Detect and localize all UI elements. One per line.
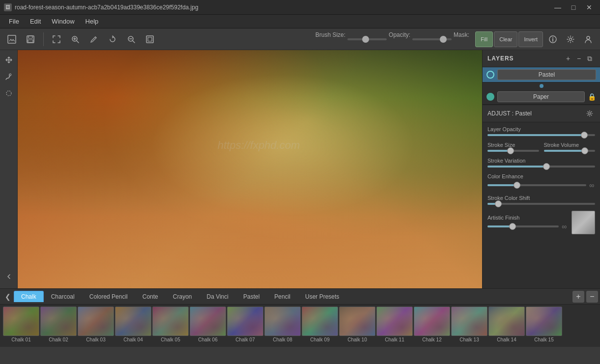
minimize-button[interactable]: — [551,0,565,14]
artistic-finish-slider[interactable] [487,225,559,227]
layer-opacity-thumb[interactable] [581,132,588,139]
main-area: https://fxphd.com LAYERS + − ⧉ Pastel Pa… [0,50,600,288]
tab-charcoal[interactable]: Charcoal [44,291,82,302]
brush-label: Chalk 08 [273,337,292,342]
panel-toggle[interactable] [2,270,16,283]
layer-radio-pastel[interactable] [486,71,494,79]
color-enhance-thumb[interactable] [514,182,520,189]
brush-item-13[interactable]: Chalk 13 [451,307,487,345]
color-enhance-link[interactable]: ∞ [588,181,595,189]
zoom-out-button[interactable] [123,31,139,47]
layer-opacity-slider[interactable] [487,134,595,136]
brush-tool[interactable] [2,70,16,84]
brush-label: Chalk 11 [385,337,404,342]
brush-item-5[interactable]: Chalk 05 [152,307,189,345]
layer-pastel[interactable]: Pastel [483,67,600,83]
layer-radio-paper[interactable] [486,93,494,101]
menu-window[interactable]: Window [47,16,79,27]
menu-edit[interactable]: Edit [25,16,46,27]
add-preset-button[interactable]: + [572,291,584,303]
close-button[interactable]: ✕ [582,0,596,14]
artistic-finish-link[interactable]: ∞ [561,223,568,230]
stroke-size-slider[interactable] [487,150,539,152]
layer-paper[interactable]: Paper 🔒 [483,89,600,105]
brush-thumb [227,307,263,336]
copy-layer-button[interactable]: ⧉ [584,53,595,64]
move-tool[interactable] [2,53,16,67]
brush-size-slider[interactable] [347,38,387,40]
stroke-color-thumb[interactable] [495,200,502,207]
bottom-toggle-button[interactable]: ❮ [2,291,14,303]
tab-da-vinci[interactable]: Da Vinci [199,291,235,302]
stroke-size-thumb[interactable] [507,147,514,154]
menu-help[interactable]: Help [81,16,104,27]
brush-item-8[interactable]: Chalk 08 [264,307,301,345]
canvas-area[interactable]: https://fxphd.com [0,50,482,288]
right-panel: LAYERS + − ⧉ Pastel Paper 🔒 ADJUST : Pas… [482,50,600,288]
add-layer-button[interactable]: + [563,53,573,64]
svg-point-15 [552,37,553,38]
brush-item-4[interactable]: Chalk 04 [115,307,151,345]
menu-file[interactable]: File [4,16,24,27]
brush-item-2[interactable]: Chalk 02 [40,307,77,345]
brush-label: Chalk 10 [347,337,367,342]
image-tool-button[interactable] [4,31,20,47]
color-enhance-row: Color Enhance ∞ [487,173,595,189]
tab-chalk[interactable]: Chalk [14,291,44,302]
tab-colored-pencil[interactable]: Colored Pencil [82,291,135,302]
maximize-button[interactable]: □ [567,0,580,14]
frame-button[interactable] [142,31,158,47]
select-tool[interactable] [2,86,16,100]
color-enhance-label: Color Enhance [487,173,595,179]
color-enhance-slider[interactable] [487,184,586,186]
info-button[interactable] [545,31,561,47]
pencil-button[interactable] [86,31,102,47]
adjust-settings-button[interactable] [584,108,595,119]
remove-preset-button[interactable]: − [586,291,598,303]
opacity-slider[interactable] [412,38,452,40]
brush-item-9[interactable]: Chalk 09 [302,307,338,345]
stroke-variation-thumb[interactable] [543,163,550,170]
zoom-in-button[interactable] [67,31,83,47]
expand-button[interactable] [49,31,64,47]
stroke-volume-slider[interactable] [544,150,596,152]
brush-item-11[interactable]: Chalk 11 [376,307,413,345]
adjust-body: Layer Opacity Stroke Size Stroke Volume [483,122,600,288]
fill-button[interactable]: Fill [475,31,493,47]
brush-item-3[interactable]: Chalk 03 [78,307,114,345]
svg-line-5 [77,41,79,43]
brush-item-12[interactable]: Chalk 12 [414,307,450,345]
tab-conte[interactable]: Conte [135,291,166,302]
save-button[interactable] [23,31,38,47]
forward-button[interactable] [105,31,120,47]
stroke-color-slider[interactable] [487,203,595,205]
artistic-finish-thumb[interactable] [509,223,516,230]
remove-layer-button[interactable]: − [573,53,584,64]
brush-item-15[interactable]: Chalk 15 [526,307,562,345]
opacity-thumb[interactable] [440,36,447,43]
stroke-volume-thumb[interactable] [581,147,588,154]
stroke-variation-slider[interactable] [487,166,595,168]
brush-item-10[interactable]: Chalk 10 [339,307,375,345]
invert-button[interactable]: Invert [518,31,543,47]
brush-item-14[interactable]: Chalk 14 [488,307,525,345]
brush-grid: Chalk 01 Chalk 02 Chalk 03 [0,305,600,347]
tab-crayon[interactable]: Crayon [166,291,200,302]
brush-item-1[interactable]: Chalk 01 [3,307,39,345]
canvas-image[interactable]: https://fxphd.com [18,50,482,288]
settings-button[interactable] [563,31,578,47]
tab-pencil[interactable]: Pencil [267,291,298,302]
layers-title: LAYERS [487,55,563,62]
brush-thumb [115,307,151,336]
paper-layer-button[interactable]: Paper [497,91,585,102]
pastel-layer-button[interactable]: Pastel [497,69,596,80]
brush-size-control [347,31,387,47]
tab-user-presets[interactable]: User Presets [298,291,346,302]
brush-item-6[interactable]: Chalk 06 [190,307,226,345]
user-button[interactable] [580,31,596,47]
opacity-control [412,31,452,47]
tab-pastel[interactable]: Pastel [236,291,267,302]
brush-size-thumb[interactable] [362,36,369,43]
brush-item-7[interactable]: Chalk 07 [227,307,263,345]
clear-button[interactable]: Clear [494,31,517,47]
